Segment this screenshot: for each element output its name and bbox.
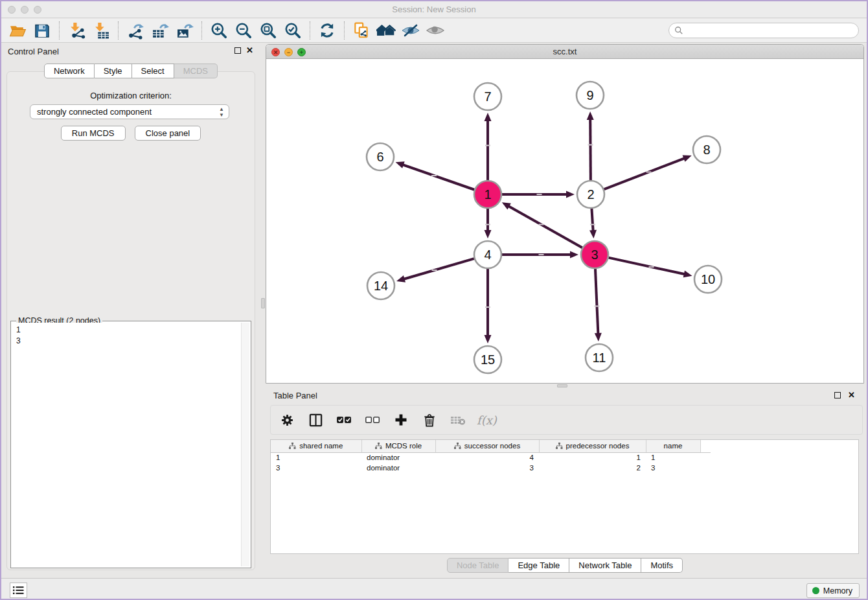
graph-node-6[interactable]: 6 [367, 143, 394, 170]
zoom-in-button[interactable] [207, 19, 231, 41]
graph-node-8[interactable]: 8 [693, 136, 720, 163]
graph-node-3[interactable]: 3 [581, 241, 608, 268]
export-network-button[interactable] [123, 19, 148, 41]
cell-name[interactable]: 3 [646, 463, 700, 473]
float-panel-icon[interactable] [834, 392, 841, 398]
graph-edge-4-3[interactable] [502, 251, 578, 259]
add-column-button[interactable] [391, 410, 411, 430]
graph-edge-1-4[interactable] [485, 209, 492, 238]
optimization-select[interactable]: strongly connected component ▲▼ [30, 104, 229, 119]
tab-select[interactable]: Select [132, 63, 174, 78]
task-history-button[interactable] [10, 583, 27, 598]
graph-node-1[interactable]: 1 [474, 181, 501, 208]
graph-edge-1-7[interactable] [485, 113, 492, 180]
float-panel-icon[interactable] [234, 47, 241, 54]
column-header-successor-nodes[interactable]: successor nodes [435, 440, 539, 452]
cell-name[interactable]: 1 [646, 452, 700, 463]
zoom-out-button[interactable] [231, 19, 256, 41]
zoom-selected-button[interactable] [280, 19, 305, 41]
import-table-button[interactable] [89, 19, 113, 41]
graph-edge-1-6[interactable] [396, 161, 475, 189]
vertical-splitter[interactable] [260, 43, 266, 578]
graph-node-4[interactable]: 4 [474, 241, 501, 268]
horizontal-splitter[interactable] [266, 384, 864, 388]
cell-mcds-role[interactable]: dominator [361, 452, 435, 463]
refresh-view-button[interactable] [315, 19, 339, 41]
column-header-mcds-role[interactable]: MCDS role [361, 440, 435, 452]
run-mcds-button[interactable]: Run MCDS [61, 126, 126, 141]
mcds-result-text[interactable]: 1 3 [12, 323, 249, 566]
table-row[interactable]: 1 dominator 4 1 1 [271, 452, 711, 463]
cell-predecessor-nodes[interactable]: 2 [539, 463, 646, 473]
tab-network-table[interactable]: Network Table [569, 558, 641, 573]
export-table-button[interactable] [148, 19, 172, 41]
tab-motifs[interactable]: Motifs [641, 558, 683, 573]
graph-edge-2-9[interactable] [587, 111, 594, 180]
graph-edge-4-15[interactable] [485, 269, 492, 343]
cell-predecessor-nodes[interactable]: 1 [539, 452, 646, 463]
result-scrollbar[interactable] [241, 323, 249, 566]
graph-edge-3-10[interactable] [608, 258, 692, 278]
column-header-predecessor-nodes[interactable]: predecessor nodes [539, 440, 646, 452]
graph-edge-4-14[interactable] [396, 259, 474, 283]
close-panel-icon[interactable]: ✕ [848, 390, 855, 400]
network-canvas[interactable]: 7968124314101511 [266, 59, 863, 383]
zoom-fit-button[interactable] [256, 19, 280, 41]
cell-successor-nodes[interactable]: 4 [435, 452, 539, 463]
graph-node-2[interactable]: 2 [577, 181, 604, 208]
cell-filler [700, 463, 711, 473]
show-all-button[interactable] [423, 19, 448, 41]
tab-node-table[interactable]: Node Table [447, 558, 509, 573]
graph-node-10[interactable]: 10 [694, 266, 722, 293]
tab-style[interactable]: Style [95, 63, 132, 78]
memory-button[interactable]: Memory [806, 583, 860, 598]
deselect-all-button[interactable] [363, 410, 382, 430]
title-bar: Session: New Session [1, 1, 867, 18]
graph-node-15[interactable]: 15 [474, 346, 501, 373]
splitter-grip[interactable] [261, 298, 265, 308]
tab-edge-table[interactable]: Edge Table [508, 558, 569, 573]
tab-mcds[interactable]: MCDS [174, 63, 218, 78]
column-header-shared-name[interactable]: shared name [271, 440, 361, 452]
refresh-icon [318, 21, 336, 40]
copy-view-button[interactable] [349, 19, 374, 41]
graph-edge-2-8[interactable] [604, 156, 692, 190]
cell-mcds-role[interactable]: dominator [361, 463, 435, 473]
graph-edge-3-1[interactable] [502, 202, 582, 248]
graph-node-label: 6 [376, 150, 383, 164]
cell-shared-name[interactable]: 1 [271, 452, 361, 463]
network-window-titlebar[interactable]: ✕ − + scc.txt [266, 45, 863, 59]
graph-node-14[interactable]: 14 [367, 272, 394, 299]
optimization-select-value: strongly connected component [37, 107, 152, 117]
table-row[interactable]: 3 dominator 3 2 3 [271, 463, 711, 473]
export-image-button[interactable] [172, 19, 197, 41]
search-input[interactable] [683, 25, 858, 36]
splitter-grip[interactable] [557, 384, 567, 387]
graph-node-11[interactable]: 11 [586, 344, 613, 371]
graph-node-label: 15 [481, 352, 495, 367]
cell-successor-nodes[interactable]: 3 [435, 463, 539, 473]
show-columns-button[interactable] [306, 410, 325, 430]
graph-node-label: 7 [484, 89, 491, 104]
first-neighbors-button[interactable] [374, 19, 398, 41]
open-file-button[interactable] [5, 19, 30, 41]
cell-shared-name[interactable]: 3 [271, 463, 361, 473]
hide-selected-button[interactable] [398, 19, 423, 41]
close-panel-button[interactable]: Close panel [135, 126, 201, 141]
tab-network[interactable]: Network [44, 63, 95, 78]
graph-node-7[interactable]: 7 [474, 83, 501, 110]
table-options-button[interactable] [277, 410, 297, 430]
select-all-icon [336, 415, 352, 425]
close-panel-icon[interactable]: ✕ [246, 45, 253, 55]
graph-node-9[interactable]: 9 [577, 82, 604, 109]
column-type-icon [556, 443, 563, 450]
graph-edge-3-11[interactable] [595, 269, 602, 341]
graph-edge-1-2[interactable] [502, 191, 575, 198]
graph-edge-2-3[interactable] [589, 209, 597, 238]
select-all-button[interactable] [334, 410, 354, 430]
select-arrows-icon: ▲▼ [219, 106, 224, 118]
delete-column-button[interactable] [420, 410, 439, 430]
import-network-button[interactable] [64, 19, 89, 41]
column-header-name[interactable]: name [646, 440, 700, 452]
save-session-button[interactable] [30, 19, 54, 41]
